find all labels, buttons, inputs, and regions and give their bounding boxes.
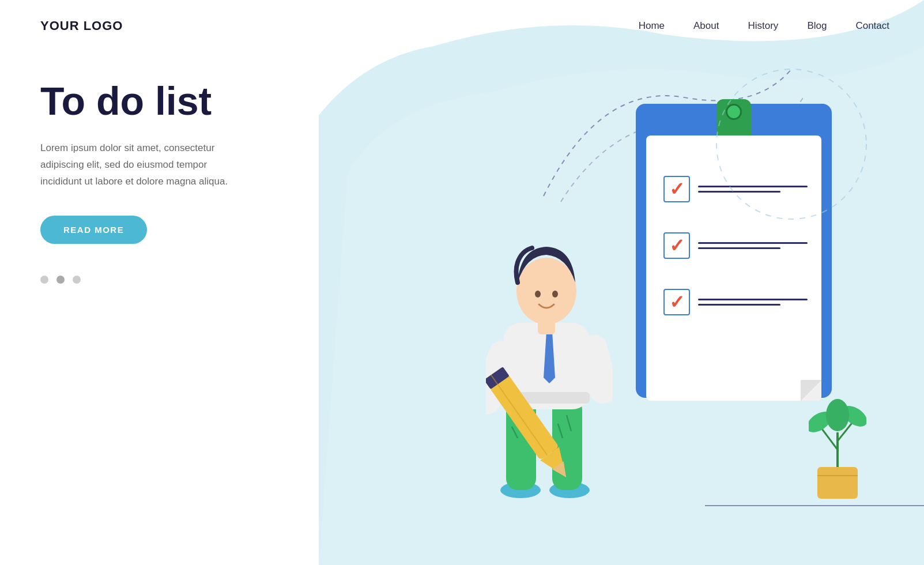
pagination-dots — [40, 276, 288, 284]
line-3a — [698, 299, 808, 300]
checklist-item-3: ✓ — [663, 289, 808, 315]
checkbox-3: ✓ — [663, 289, 690, 315]
check-lines-3 — [698, 299, 808, 306]
checkmark-1: ✓ — [669, 180, 685, 198]
nav-about[interactable]: About — [693, 20, 719, 32]
line-3b — [698, 304, 780, 306]
ground-line — [705, 505, 924, 506]
plant-decoration — [809, 398, 866, 502]
hero-description: Lorem ipsum dolor sit amet, consectetur … — [40, 140, 248, 190]
dot-3[interactable] — [73, 276, 81, 284]
svg-rect-22 — [538, 320, 555, 334]
svg-point-32 — [716, 69, 866, 219]
checkbox-1: ✓ — [663, 176, 690, 202]
line-2a — [698, 242, 808, 244]
navigation: Home About History Blog Contact — [639, 20, 889, 32]
hero-section: To do list Lorem ipsum dolor sit amet, c… — [0, 33, 288, 284]
nav-home[interactable]: Home — [639, 20, 665, 32]
dot-2[interactable] — [56, 276, 65, 284]
character-illustration — [486, 208, 613, 507]
nav-history[interactable]: History — [748, 20, 778, 32]
read-more-button[interactable]: READ MORE — [40, 216, 147, 244]
logo: YOUR LOGO — [40, 18, 123, 33]
svg-rect-23 — [817, 467, 858, 499]
dashed-circle-decoration — [711, 63, 872, 225]
svg-point-19 — [516, 258, 576, 325]
line-2b — [698, 247, 780, 249]
nav-blog[interactable]: Blog — [807, 20, 827, 32]
dot-1[interactable] — [40, 276, 48, 284]
svg-point-21 — [552, 291, 558, 297]
checkmark-3: ✓ — [669, 293, 685, 311]
header: YOUR LOGO Home About History Blog Contac… — [0, 0, 924, 33]
check-lines-2 — [698, 242, 808, 249]
checkbox-2: ✓ — [663, 232, 690, 259]
illustration: ✓ ✓ — [371, 46, 889, 519]
hero-title: To do list — [40, 80, 288, 123]
checkmark-2: ✓ — [669, 236, 685, 255]
checklist-item-2: ✓ — [663, 232, 808, 259]
svg-point-20 — [535, 291, 541, 297]
nav-contact[interactable]: Contact — [855, 20, 889, 32]
svg-point-30 — [826, 399, 849, 431]
